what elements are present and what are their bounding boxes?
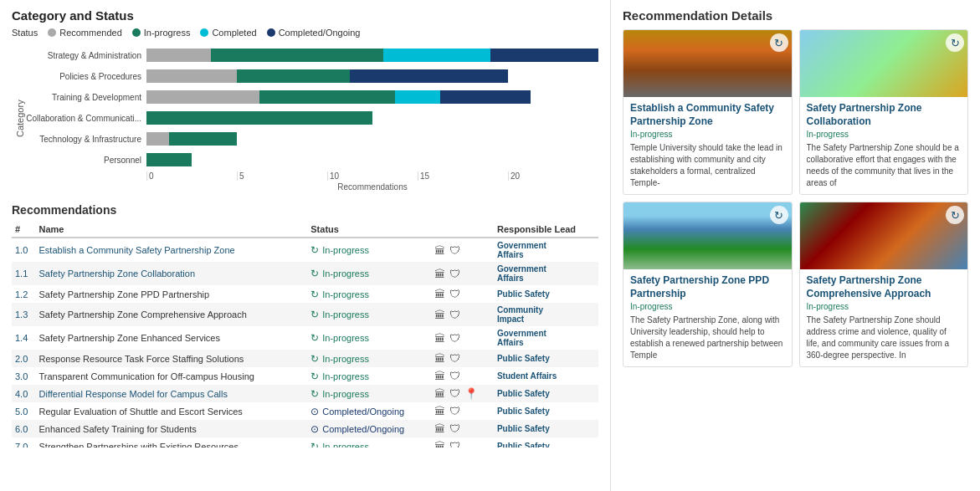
rec-name: Enhanced Safety Training for Students (39, 424, 197, 434)
cell-lead: Public Safety (494, 402, 598, 420)
card-refresh-icon[interactable]: ↻ (946, 33, 964, 52)
rec-name: Regular Evaluation of Shuttle and Escort… (39, 407, 243, 417)
shield-icon[interactable]: 🛡 (449, 288, 460, 300)
legend: Status Recommended In-progress Completed… (12, 28, 598, 38)
shield-icon[interactable]: 🛡 (449, 405, 460, 417)
table-row[interactable]: 1.2 Safety Partnership Zone PPD Partners… (12, 285, 598, 303)
cell-name: Safety Partnership Zone PPD Partnership (36, 285, 308, 303)
cell-status: ↻ In-progress (307, 385, 430, 402)
seg-inprogress (146, 153, 192, 166)
card-refresh-icon[interactable]: ↻ (946, 206, 964, 224)
shield-icon[interactable]: 🛡 (449, 440, 460, 448)
card-body: Safety Partnership Zone PPD Partnership … (623, 269, 792, 366)
recommendation-card[interactable]: ↻ Safety Partnership Zone Collaboration … (799, 29, 969, 195)
table-row[interactable]: 6.0 Enhanced Safety Training for Student… (12, 420, 598, 437)
building-icon[interactable]: 🏛 (434, 440, 445, 448)
table-row[interactable]: 2.0 Response Resource Task Force Staffin… (12, 350, 598, 367)
table-row[interactable]: 7.0 Strengthen Partnerships with Existin… (12, 437, 598, 448)
status-text: In-progress (322, 389, 369, 399)
building-icon[interactable]: 🏛 (434, 422, 445, 435)
shield-icon[interactable]: 🛡 (449, 268, 460, 280)
lead-text: GovernmentAffairs (497, 241, 595, 259)
building-icon[interactable]: 🏛 (434, 332, 445, 345)
card-desc: The Safety Partnership Zone should addre… (807, 315, 962, 361)
card-refresh-icon[interactable]: ↻ (770, 33, 788, 52)
lead-text: Public Safety (497, 354, 595, 363)
table-row[interactable]: 1.3 Safety Partnership Zone Comprehensiv… (12, 303, 598, 326)
building-icon[interactable]: 🏛 (434, 288, 445, 300)
lead-line: Public Safety (497, 354, 595, 363)
building-icon[interactable]: 🏛 (434, 244, 445, 257)
cell-status: ↻ In-progress (307, 367, 430, 385)
bar-row: Training & Development (25, 88, 598, 106)
card-status: In-progress (630, 130, 785, 139)
location-icon[interactable]: 📍 (464, 387, 478, 400)
recommendation-card[interactable]: ↻ Safety Partnership Zone PPD Partnershi… (623, 202, 793, 367)
card-refresh-icon[interactable]: ↻ (770, 206, 788, 224)
status-text: In-progress (322, 269, 369, 279)
shield-icon[interactable]: 🛡 (449, 332, 460, 345)
lead-line: Public Safety (497, 407, 595, 416)
building-icon[interactable]: 🏛 (434, 268, 445, 280)
cell-icons: 🏛 🛡 (430, 350, 494, 367)
recommendation-card[interactable]: ↻ Establish a Community Safety Partnersh… (623, 29, 793, 195)
cell-lead: Public Safety (494, 420, 598, 437)
seg-inprogress (259, 90, 395, 104)
cell-status: ↻ In-progress (307, 262, 430, 285)
lead-line: Government (497, 264, 595, 274)
building-icon[interactable]: 🏛 (434, 405, 445, 417)
shield-icon[interactable]: 🛡 (449, 387, 460, 400)
legend-completed-ongoing: Completed/Ongoing (267, 28, 361, 38)
table-row[interactable]: 1.0 Establish a Community Safety Partner… (12, 238, 598, 262)
lead-text: GovernmentAffairs (497, 264, 595, 283)
table-row[interactable]: 1.4 Safety Partnership Zone Enhanced Ser… (12, 326, 598, 350)
rec-name-link[interactable]: Establish a Community Safety Partnership… (39, 245, 235, 255)
rec-name-link[interactable]: Differential Response Model for Campus C… (39, 389, 228, 399)
table-scroll[interactable]: # Name Status Responsible Lead 1.0 Estab… (12, 222, 598, 448)
cell-num: 1.2 (12, 285, 36, 303)
building-icon[interactable]: 🏛 (434, 387, 445, 400)
status-text: In-progress (322, 371, 369, 381)
status-icon: ↻ (310, 388, 319, 400)
bar-label: Collaboration & Communicati... (25, 114, 146, 123)
building-icon[interactable]: 🏛 (434, 352, 445, 365)
cell-name: Response Resource Task Force Staffing So… (36, 350, 308, 367)
cell-lead: GovernmentAffairs (494, 326, 598, 350)
building-icon[interactable]: 🏛 (434, 370, 445, 382)
chart-section-title: Category and Status (12, 8, 598, 23)
card-body: Safety Partnership Zone Comprehensive Ap… (800, 269, 968, 366)
x-axis-label: Recommendations (25, 181, 598, 192)
cell-lead: GovernmentAffairs (494, 238, 598, 262)
cell-name: Establish a Community Safety Partnership… (36, 238, 308, 262)
lead-line: Public Safety (497, 424, 595, 433)
card-desc: Temple University should take the lead i… (630, 142, 785, 189)
cell-lead: Public Safety (494, 385, 598, 402)
shield-icon[interactable]: 🛡 (449, 244, 460, 257)
table-row[interactable]: 1.1 Safety Partnership Zone Collaboratio… (12, 262, 598, 285)
recommendation-card[interactable]: ↻ Safety Partnership Zone Comprehensive … (799, 202, 969, 367)
recommendations-table: # Name Status Responsible Lead 1.0 Estab… (12, 222, 598, 448)
seg-completedOngoing (490, 49, 598, 62)
shield-icon[interactable]: 🛡 (449, 370, 460, 382)
cell-num: 4.0 (12, 385, 36, 402)
cell-lead: Public Safety (494, 350, 598, 367)
rec-name: Transparent Communication for Off-campus… (39, 371, 254, 381)
table-row[interactable]: 3.0 Transparent Communication for Off-ca… (12, 367, 598, 385)
cell-num: 1.4 (12, 326, 36, 350)
building-icon[interactable]: 🏛 (434, 309, 445, 321)
card-image: ↻ (623, 30, 792, 97)
status-text: Completed/Ongoing (322, 407, 404, 417)
cell-status: ↻ In-progress (307, 238, 430, 262)
cell-num: 1.3 (12, 303, 36, 326)
seg-recommended (146, 132, 169, 146)
rec-name: Safety Partnership Zone Enhanced Service… (39, 333, 220, 343)
rec-name: Safety Partnership Zone Comprehensive Ap… (39, 309, 247, 320)
shield-icon[interactable]: 🛡 (449, 422, 460, 435)
shield-icon[interactable]: 🛡 (449, 309, 460, 321)
shield-icon[interactable]: 🛡 (449, 352, 460, 365)
status-icon: ⊙ (310, 423, 319, 435)
status-icon: ↻ (310, 332, 319, 344)
rec-name-link[interactable]: Safety Partnership Zone Collaboration (39, 269, 196, 279)
table-row[interactable]: 4.0 Differential Response Model for Camp… (12, 385, 598, 402)
table-row[interactable]: 5.0 Regular Evaluation of Shuttle and Es… (12, 402, 598, 420)
